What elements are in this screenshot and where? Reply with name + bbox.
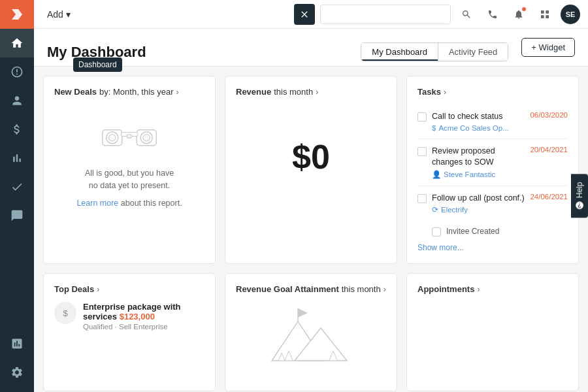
- revenue-amount: $0: [236, 105, 386, 209]
- face-icon: [10, 65, 24, 78]
- sidebar-item-analytics[interactable]: [0, 329, 34, 358]
- svg-marker-0: [12, 9, 22, 20]
- invitee-created: Invitee Created: [417, 221, 568, 239]
- deal-icon: $: [54, 302, 76, 324]
- no-data-text: All is good, but you have no data yet to…: [85, 167, 174, 192]
- add-button[interactable]: Add ▾: [42, 7, 76, 22]
- tasks-card: Tasks › Call to check status $ Acme Co S…: [406, 76, 579, 264]
- chevron-right-icon-tasks: ›: [444, 88, 446, 97]
- task-date-1: 06/03/2020: [530, 111, 568, 119]
- phone-icon: [487, 9, 498, 20]
- dashboard-content: New Deals by: Month, this year ›: [34, 67, 588, 392]
- new-deals-title: New Deals by: Month, this year ›: [54, 87, 204, 97]
- chevron-right-icon: ›: [176, 88, 179, 97]
- add-label: Add: [47, 9, 63, 20]
- sidebar-item-person[interactable]: [0, 86, 34, 115]
- task-name-1: Call to check status: [432, 111, 525, 123]
- appointments-placeholder: [417, 302, 568, 380]
- appointments-title: Appointments ›: [417, 284, 568, 294]
- task-date-2: 20/04/2021: [530, 146, 568, 154]
- no-data-container: All is good, but you have no data yet to…: [54, 105, 204, 222]
- revenue-goal-title: Revenue Goal Attainment this month ›: [236, 284, 386, 294]
- show-more-link[interactable]: Show more...: [417, 243, 464, 252]
- chevron-right-icon-appt: ›: [477, 285, 480, 294]
- task-item-2: Review proposed changes to SOW 👤 Steve F…: [417, 139, 568, 186]
- sidebar-item-face[interactable]: [0, 57, 34, 86]
- sidebar-item-settings[interactable]: [0, 358, 34, 387]
- close-icon: [299, 9, 310, 20]
- sidebar: [0, 0, 34, 392]
- avatar[interactable]: SE: [561, 5, 580, 24]
- svg-point-10: [130, 135, 131, 137]
- settings-icon: [10, 366, 24, 379]
- notification-button[interactable]: [508, 4, 529, 25]
- sidebar-item-chat[interactable]: [0, 201, 34, 230]
- sidebar-item-chart[interactable]: [0, 144, 34, 172]
- grid-button[interactable]: [534, 4, 555, 25]
- svg-point-6: [109, 135, 116, 142]
- task-item-3: Follow up call (post conf.) ⟳ Electrify …: [417, 186, 568, 221]
- notification-dot: [521, 7, 527, 12]
- search-icon: [461, 9, 472, 20]
- appointments-card: Appointments ›: [406, 273, 579, 391]
- learn-more-link[interactable]: Learn more: [76, 199, 118, 208]
- svg-marker-14: [298, 308, 308, 318]
- sidebar-item-home[interactable]: [0, 29, 34, 57]
- search-button[interactable]: [456, 4, 477, 25]
- sidebar-item-dollar[interactable]: [0, 115, 34, 144]
- task-name-2: Review proposed changes to SOW: [432, 146, 525, 169]
- task-sub-2: 👤 Steve Fantastic: [432, 170, 525, 179]
- phone-button[interactable]: [482, 4, 503, 25]
- mountain-svg: [259, 302, 363, 367]
- person-icon: [10, 94, 24, 107]
- sidebar-item-check[interactable]: [0, 172, 34, 201]
- sidebar-logo[interactable]: [0, 0, 34, 29]
- dashboard-grid: New Deals by: Month, this year ›: [34, 67, 588, 392]
- analytics-icon: [10, 337, 24, 350]
- deal-meta: Qualified · Sell Enterprise: [83, 323, 204, 331]
- search-input[interactable]: [320, 5, 451, 24]
- tab-activity-feed[interactable]: Activity Feed: [438, 43, 508, 61]
- chevron-right-icon-deals: ›: [97, 285, 99, 294]
- tasks-title: Tasks ›: [417, 87, 568, 97]
- main-area: Add ▾ SE Dashboard My Dashboard My Dashb…: [34, 0, 588, 392]
- help-icon: [575, 201, 584, 210]
- task-name-3: Follow up call (post conf.): [432, 193, 525, 204]
- logo-icon: [9, 7, 25, 22]
- tasks-list: Call to check status $ Acme Co Sales Op.…: [417, 105, 568, 221]
- revenue-title: Revenue this month ›: [236, 87, 386, 97]
- home-icon: [10, 37, 24, 50]
- page-header: Dashboard My Dashboard My Dashboard Acti…: [34, 29, 588, 67]
- tab-my-dashboard[interactable]: My Dashboard: [361, 43, 438, 61]
- deal-name: Enterprise package with services $123,00…: [83, 302, 204, 321]
- task-sub-3: ⟳ Electrify: [432, 205, 525, 214]
- task-checkbox-2[interactable]: [417, 147, 427, 156]
- binoculars-illustration: [100, 118, 159, 157]
- chat-icon: [10, 209, 24, 222]
- task-checkbox-1[interactable]: [417, 112, 427, 122]
- check-icon: [10, 180, 24, 193]
- no-data-learn-more: Learn more about this report.: [76, 197, 182, 210]
- top-deals-title: Top Deals ›: [54, 284, 204, 294]
- new-deals-card: New Deals by: Month, this year ›: [43, 76, 216, 264]
- grid-icon: [540, 9, 550, 20]
- revenue-card: Revenue this month › $0: [225, 76, 397, 264]
- task-item: Call to check status $ Acme Co Sales Op.…: [417, 105, 568, 139]
- top-deals-card: Top Deals › $ Enterprise package with se…: [43, 273, 216, 391]
- task-sub-1: $ Acme Co Sales Op...: [432, 124, 525, 132]
- active-feature-button[interactable]: [294, 4, 315, 25]
- dollar-icon: [10, 123, 24, 136]
- task-date-3: 24/06/2021: [530, 193, 568, 201]
- task-checkbox-3[interactable]: [417, 194, 427, 203]
- deal-item: $ Enterprise package with services $123,…: [54, 302, 204, 331]
- help-button[interactable]: Help: [571, 174, 588, 218]
- svg-point-7: [143, 135, 150, 142]
- task-checkbox-4[interactable]: [432, 227, 441, 237]
- chevron-down-icon: ▾: [66, 9, 71, 20]
- chart-icon: [10, 152, 24, 165]
- revenue-goal-card: Revenue Goal Attainment this month ›: [225, 273, 397, 391]
- dashboard-tooltip: Dashboard: [73, 57, 122, 72]
- add-widget-button[interactable]: + Widget: [521, 38, 575, 57]
- topbar: Add ▾ SE: [34, 0, 588, 29]
- chevron-right-icon-goal: ›: [384, 285, 386, 294]
